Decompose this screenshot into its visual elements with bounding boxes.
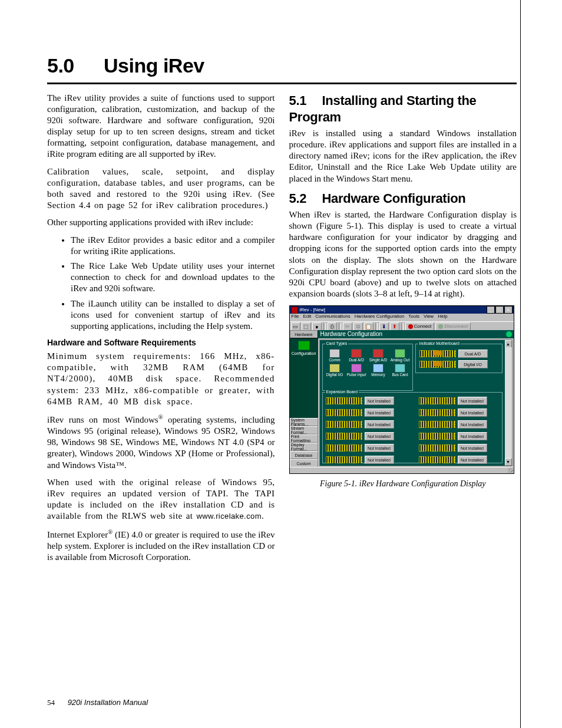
status-bar xyxy=(290,467,514,473)
slot[interactable] xyxy=(326,456,362,463)
paragraph: Calibration values, scale, setpoint, and… xyxy=(47,166,275,212)
chapter-number: 5.0 xyxy=(47,53,104,79)
maximize-button[interactable]: □ xyxy=(495,306,504,314)
list-item: The iRev Editor provides a basic editor … xyxy=(71,235,275,257)
menu-file[interactable]: File xyxy=(292,314,299,321)
bullet-list: The iRev Editor provides a basic editor … xyxy=(47,235,275,332)
page-number: 54 xyxy=(47,698,55,707)
list-item: The Rice Lake Web Update utility uses yo… xyxy=(71,261,275,295)
window-titlebar[interactable]: iRev - [New] _ □ × xyxy=(290,306,514,314)
card-type[interactable]: Bus Card xyxy=(391,364,410,377)
requirements-heading: Hardware and Software Requirements xyxy=(47,338,275,348)
scroll-down-button[interactable]: ▼ xyxy=(505,458,512,466)
card-icon xyxy=(351,349,362,358)
sidebar-tab-system-params[interactable]: System Params... xyxy=(290,418,318,426)
sidebar-tab-display-format[interactable]: Display Format... xyxy=(290,443,318,451)
slot-label[interactable]: Not Installed xyxy=(458,420,487,429)
card-type[interactable]: Memory xyxy=(369,364,388,377)
section-number: 5.2 xyxy=(289,190,322,207)
slot-label[interactable]: Not Installed xyxy=(458,397,487,405)
menu-view[interactable]: View xyxy=(424,314,434,321)
paragraph: Minimum system requirements: 166 MHz, x8… xyxy=(47,351,275,407)
section-title: 5.1Installing and Starting the Program xyxy=(289,93,517,126)
page-footer: 54 920i Installation Manual xyxy=(47,698,148,708)
slot-label[interactable]: Not Installed xyxy=(365,420,394,429)
minimize-button[interactable]: _ xyxy=(487,306,495,314)
section-name: Hardware Configuration xyxy=(322,191,466,206)
panel-title: Hardware Configuration xyxy=(318,330,514,338)
slot[interactable] xyxy=(326,444,362,452)
gear-icon[interactable] xyxy=(506,331,512,337)
card-icon xyxy=(329,349,340,358)
chapter-name: Using iRev xyxy=(104,54,204,77)
sidebar-tab-stream-format[interactable]: Stream Format... xyxy=(290,426,318,434)
window-title: iRev - [New] xyxy=(300,308,326,312)
vertical-scrollbar[interactable]: ▲ ▼ xyxy=(505,340,512,466)
paragraph: Other supporting applications provided w… xyxy=(47,217,275,228)
sidebar-card-icon[interactable] xyxy=(298,341,310,350)
slot[interactable] xyxy=(419,444,455,452)
slot[interactable] xyxy=(419,456,455,463)
card-icon xyxy=(395,349,405,358)
slot[interactable] xyxy=(419,409,455,416)
slot-label[interactable]: Not Installed xyxy=(365,456,394,464)
app-icon xyxy=(291,307,298,314)
section-title: 5.2Hardware Configuration xyxy=(289,190,517,207)
paragraph: The iRev utility provides a suite of fun… xyxy=(47,93,275,160)
slot-label[interactable]: Not Installed xyxy=(365,432,394,440)
slot-label[interactable]: Not Installed xyxy=(365,409,394,417)
list-item: The iLaunch utility can be installed to … xyxy=(71,298,275,332)
slot-label[interactable]: Digital I/O xyxy=(458,360,488,368)
card-icon xyxy=(373,364,384,373)
slot-label[interactable]: Not Installed xyxy=(458,456,487,464)
card-type[interactable]: Digital I/O xyxy=(325,364,345,377)
slot-label[interactable]: Dual A/D xyxy=(458,350,488,358)
sidebar-tab-custom[interactable]: Custom xyxy=(290,459,318,467)
card-type[interactable]: Analog Out xyxy=(391,349,410,363)
slot[interactable] xyxy=(419,397,455,404)
menu-communications[interactable]: Communications xyxy=(315,314,351,321)
slot[interactable] xyxy=(419,350,456,357)
slot-label[interactable]: Not Installed xyxy=(365,444,394,452)
slot[interactable] xyxy=(419,421,455,428)
card-icon xyxy=(395,364,405,373)
card-type[interactable]: Dual A/D xyxy=(347,349,366,363)
close-button[interactable]: × xyxy=(504,306,513,314)
url-text: www.ricelake.com xyxy=(196,512,261,521)
paragraph: Internet Explorer® (IE) 4.0 or greater i… xyxy=(47,528,275,564)
card-icon xyxy=(329,364,340,373)
left-column: The iRev utility provides a suite of fun… xyxy=(47,93,275,569)
card-type[interactable]: Single A/D xyxy=(369,349,388,363)
slot-label[interactable]: Not Installed xyxy=(365,397,394,405)
card-type[interactable]: Comm xyxy=(325,349,345,363)
slot-label[interactable]: Not Installed xyxy=(458,432,487,440)
slot[interactable] xyxy=(326,421,362,428)
menu-help[interactable]: Help xyxy=(438,314,447,321)
slot[interactable] xyxy=(326,397,362,404)
card-icon xyxy=(351,364,362,373)
card-icon xyxy=(373,349,384,358)
menu-bar[interactable]: File Edit Communications Hardware Config… xyxy=(290,314,514,321)
slot[interactable] xyxy=(326,409,362,416)
sidebar-tab-hardware[interactable]: Hardware xyxy=(290,330,318,338)
slot[interactable] xyxy=(419,361,456,368)
paragraph: iRev is installed using a standard Windo… xyxy=(289,128,517,185)
paragraph: When iRev is started, the Hardware Confi… xyxy=(289,209,517,300)
menu-tools[interactable]: Tools xyxy=(408,314,419,321)
slot[interactable] xyxy=(326,433,362,440)
sidebar: Hardware Configuration System Params... … xyxy=(290,330,318,467)
figure-caption: Figure 5-1. iRev Hardware Configuration … xyxy=(289,479,517,489)
menu-edit[interactable]: Edit xyxy=(303,314,311,321)
slot-label[interactable]: Not Installed xyxy=(458,409,487,417)
card-type[interactable]: Pulse Input xyxy=(347,364,366,377)
menu-hardware-configuration[interactable]: Hardware Configuration xyxy=(355,314,405,321)
sidebar-tab-print-formatting[interactable]: Print Formatting xyxy=(290,434,318,443)
slot[interactable] xyxy=(419,433,455,440)
sidebar-tab-database[interactable]: Database xyxy=(290,451,318,459)
group-label: Indicator Motherboard xyxy=(418,341,461,345)
group-label: Expansion Board xyxy=(325,390,359,394)
slot-label[interactable]: Not Installed xyxy=(458,444,487,452)
section-number: 5.1 xyxy=(289,93,322,109)
chapter-title: 5.0Using iRev xyxy=(47,53,517,79)
resize-grip[interactable] xyxy=(508,467,513,473)
